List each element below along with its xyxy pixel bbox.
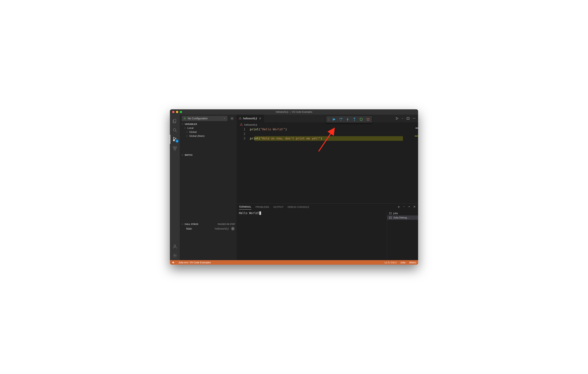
terminal-dropdown-button[interactable]: [403, 205, 405, 208]
step-out-button[interactable]: [352, 117, 357, 122]
status-language[interactable]: Julia: [398, 260, 407, 265]
close-panel-button[interactable]: [413, 205, 416, 208]
svg-point-31: [328, 119, 328, 119]
chevron-right-icon: [186, 135, 188, 137]
chevron-down-icon: [401, 117, 404, 119]
callstack-label: CALL STACK: [185, 223, 198, 225]
chevron-down-icon: [223, 117, 226, 119]
run-debug-tab[interactable]: 1: [170, 135, 180, 144]
zoom-window-dot[interactable]: [180, 111, 182, 113]
search-icon: [172, 128, 177, 133]
status-cursor-pos[interactable]: Ln 3, Col 1: [383, 260, 399, 265]
close-window-dot[interactable]: [172, 111, 174, 113]
svg-point-10: [174, 255, 176, 256]
gear-icon: [230, 117, 234, 120]
files-icon: [172, 119, 177, 124]
chevron-down-icon: [403, 205, 405, 208]
panel-tab-output[interactable]: OUTPUT: [273, 204, 284, 210]
continue-button[interactable]: [332, 117, 336, 122]
bug-icon: [172, 261, 175, 264]
var-scope-local[interactable]: Local: [180, 126, 237, 130]
svg-point-7: [175, 147, 177, 148]
chevron-down-icon: [184, 127, 186, 129]
accounts-tab[interactable]: [170, 242, 180, 251]
debug-toolbar-grip[interactable]: [328, 118, 330, 121]
stop-button[interactable]: [366, 117, 370, 122]
panel-tab-debug-console[interactable]: DEBUG CONSOLE: [288, 204, 309, 210]
terminal-text: Hello World!: [239, 212, 259, 215]
watch-label: WATCH: [185, 154, 192, 156]
terminal-item-debug[interactable]: Julia Debug…: [387, 215, 418, 220]
play-icon: [184, 117, 186, 120]
debug-config-dropdown[interactable]: No Configuration: [182, 116, 228, 121]
continue-icon: [332, 118, 336, 121]
chevron-down-icon: [181, 154, 184, 156]
callstack-section-header[interactable]: CALL STACK PAUSED ON STEP: [180, 222, 237, 226]
close-icon: [259, 117, 262, 120]
callstack-status: PAUSED ON STEP: [218, 223, 235, 225]
grip-icon: [328, 118, 330, 121]
debug-sidebar: No Configuration VARIABLES Local Glo: [180, 115, 237, 260]
status-julia-env[interactable]: Julia env: VS Code Examples: [177, 260, 213, 265]
debug-settings-button[interactable]: [229, 116, 235, 121]
new-terminal-button[interactable]: [397, 205, 400, 208]
settings-tab[interactable]: [170, 251, 180, 260]
editor-tab[interactable]: helloworld.jl: [237, 115, 264, 122]
tab-close-button[interactable]: [258, 117, 262, 120]
activity-bar: 1: [170, 115, 180, 260]
ellipsis-icon: [412, 117, 416, 120]
var-scope-label: Global: [189, 130, 197, 133]
breadcrumb[interactable]: helloworld.jl: [237, 122, 418, 127]
status-julia-mode[interactable]: (Main): [407, 260, 418, 265]
svg-point-33: [328, 120, 328, 121]
svg-point-1: [173, 129, 176, 131]
step-over-button[interactable]: [338, 117, 343, 122]
terminal-icon: [389, 212, 392, 215]
status-bar: Julia env: VS Code Examples Ln 3, Col 1 …: [170, 260, 418, 265]
step-out-icon: [353, 118, 356, 121]
play-icon: [395, 117, 399, 120]
stop-icon: [366, 118, 370, 121]
terminal-item-julia[interactable]: julia: [387, 211, 418, 215]
extensions-tab[interactable]: [170, 144, 180, 153]
explorer-tab[interactable]: [170, 117, 180, 126]
panel-tab-terminal[interactable]: TERMINAL: [239, 204, 251, 210]
callstack-file: helloworld.jl: [215, 227, 229, 230]
variables-section-header[interactable]: VARIABLES: [180, 122, 237, 126]
step-into-button[interactable]: [345, 117, 350, 122]
minimize-window-dot[interactable]: [176, 111, 178, 113]
svg-point-40: [354, 120, 355, 121]
tab-filename: helloworld.jl: [243, 117, 257, 120]
run-dropdown-button[interactable]: [401, 117, 404, 119]
breadcrumb-label: helloworld.jl: [244, 123, 257, 126]
svg-point-30: [329, 118, 329, 118]
restart-icon: [359, 118, 363, 121]
panel-tab-problems[interactable]: PROBLEMS: [256, 204, 269, 210]
callstack-frame[interactable]: Main helloworld.jl 3: [180, 226, 237, 231]
julia-file-icon: [240, 123, 243, 126]
watch-section-header[interactable]: WATCH: [180, 153, 237, 157]
title-bar: helloworld.jl — VS Code Examples: [170, 109, 418, 115]
search-tab[interactable]: [170, 126, 180, 135]
restart-button[interactable]: [359, 117, 364, 122]
code-line: 2: [237, 132, 418, 136]
debug-toolbar[interactable]: [326, 116, 372, 123]
var-scope-global[interactable]: Global: [180, 130, 237, 134]
var-scope-global-main[interactable]: Global (Main): [180, 134, 237, 138]
close-icon: [413, 205, 416, 208]
code-editor[interactable]: 1 print("Hello World!") 2 3 print("Hold …: [237, 127, 418, 203]
svg-point-32: [329, 119, 329, 119]
status-debug-button[interactable]: [170, 260, 177, 265]
svg-rect-24: [389, 217, 392, 218]
maximize-panel-button[interactable]: [408, 205, 410, 208]
svg-point-11: [232, 118, 233, 119]
editor-area: helloworld.jl: [237, 115, 418, 260]
terminal-output[interactable]: Hello World!: [237, 210, 387, 260]
panel-tab-bar: TERMINAL PROBLEMS OUTPUT DEBUG CONSOLE: [237, 203, 418, 210]
callstack-frame-name: Main: [186, 227, 192, 230]
window-title: helloworld.jl — VS Code Examples: [276, 111, 312, 113]
split-editor-button[interactable]: [406, 117, 410, 120]
more-actions-button[interactable]: [412, 117, 416, 120]
run-file-button[interactable]: [395, 117, 399, 120]
minimap[interactable]: [403, 127, 418, 203]
